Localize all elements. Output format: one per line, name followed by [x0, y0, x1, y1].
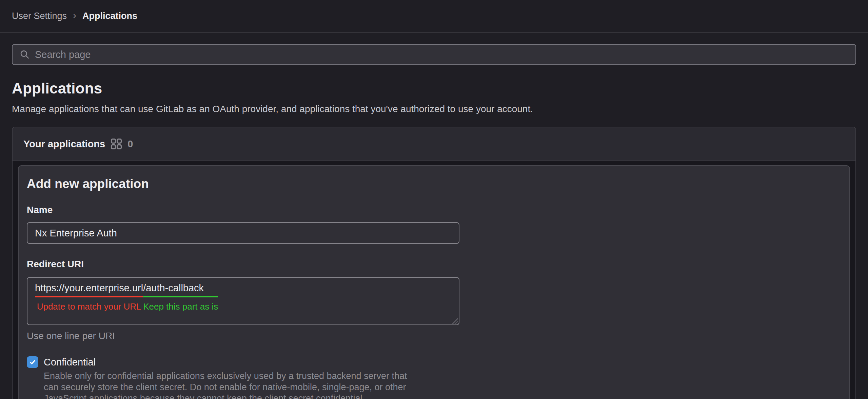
- search-input[interactable]: Search page: [12, 44, 856, 65]
- top-bar: User Settings › Applications: [0, 0, 868, 33]
- breadcrumb-chevron-icon: ›: [73, 10, 76, 22]
- textarea-resize-handle[interactable]: [451, 317, 458, 324]
- your-applications-panel: Your applications 0 Add new application …: [12, 127, 856, 399]
- page-description: Manage applications that can use GitLab …: [12, 104, 856, 114]
- your-applications-title: Your applications: [23, 139, 105, 150]
- name-field[interactable]: [27, 222, 459, 244]
- add-new-application-card: Add new application Name Redirect URI ht…: [18, 165, 850, 399]
- redirect-uri-annotated-value: https://your.enterprise.url /auth-callba…: [35, 282, 218, 312]
- your-applications-body: Add new application Name Redirect URI ht…: [13, 161, 855, 399]
- redirect-uri-host-part: https://your.enterprise.url: [35, 282, 143, 297]
- search-icon: [19, 49, 30, 60]
- page-content: Search page Applications Manage applicat…: [0, 44, 868, 399]
- your-applications-header: Your applications 0: [13, 127, 855, 161]
- search-placeholder: Search page: [35, 49, 91, 60]
- confidential-help-text: Enable only for confidential application…: [44, 371, 841, 399]
- confidential-checkbox[interactable]: [27, 356, 38, 368]
- add-new-application-title: Add new application: [27, 177, 841, 191]
- breadcrumb-applications[interactable]: Applications: [82, 11, 137, 21]
- redirect-uri-label: Redirect URI: [27, 259, 841, 270]
- confidential-help-line: JavaScript applications because they can…: [44, 393, 841, 399]
- uri-help-text: Use one line per URI: [27, 331, 841, 341]
- redirect-uri-field[interactable]: https://your.enterprise.url /auth-callba…: [27, 277, 459, 325]
- confidential-help-line: Enable only for confidential application…: [44, 371, 841, 382]
- confidential-label[interactable]: Confidential: [44, 357, 96, 368]
- annotation-update-url: Update to match your URL: [35, 297, 143, 312]
- confidential-row: Confidential: [27, 356, 841, 368]
- applications-count-badge: 0: [127, 139, 133, 150]
- name-label: Name: [27, 205, 841, 215]
- page-title: Applications: [12, 80, 856, 97]
- applications-grid-icon: [111, 138, 122, 150]
- checkmark-icon: [29, 358, 36, 366]
- breadcrumb: User Settings › Applications: [12, 10, 137, 22]
- breadcrumb-user-settings[interactable]: User Settings: [12, 11, 67, 21]
- redirect-uri-callback-part: /auth-callback: [143, 282, 218, 297]
- confidential-help-line: can securely store the client secret. Do…: [44, 382, 841, 393]
- annotation-keep-part: Keep this part as is: [143, 297, 218, 312]
